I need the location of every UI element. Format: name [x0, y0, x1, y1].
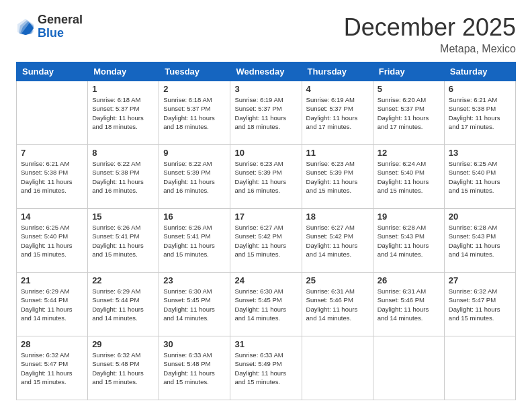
day-number: 12	[378, 148, 440, 158]
day-number: 26	[378, 275, 440, 285]
day-info: Sunrise: 6:30 AM Sunset: 5:45 PM Dayligh…	[234, 287, 297, 322]
header: General Blue December 2025 Metapa, Mexic…	[16, 13, 516, 55]
calendar-cell: 16Sunrise: 6:26 AM Sunset: 5:41 PM Dayli…	[159, 209, 230, 273]
day-number: 27	[449, 275, 511, 285]
calendar-cell: 17Sunrise: 6:27 AM Sunset: 5:42 PM Dayli…	[230, 209, 302, 273]
day-number: 2	[163, 84, 226, 94]
day-info: Sunrise: 6:28 AM Sunset: 5:43 PM Dayligh…	[449, 223, 511, 259]
day-number: 10	[234, 148, 297, 158]
weekday-header-friday: Friday	[373, 62, 444, 81]
calendar-cell: 25Sunrise: 6:31 AM Sunset: 5:46 PM Dayli…	[302, 273, 373, 336]
page: General Blue December 2025 Metapa, Mexic…	[0, 0, 532, 411]
calendar-cell: 11Sunrise: 6:23 AM Sunset: 5:39 PM Dayli…	[302, 145, 373, 209]
title-block: December 2025 Metapa, Mexico	[344, 13, 516, 55]
calendar-cell: 1Sunrise: 6:18 AM Sunset: 5:37 PM Daylig…	[88, 81, 159, 145]
day-info: Sunrise: 6:26 AM Sunset: 5:41 PM Dayligh…	[163, 223, 226, 259]
day-info: Sunrise: 6:18 AM Sunset: 5:37 PM Dayligh…	[92, 95, 154, 131]
day-info: Sunrise: 6:25 AM Sunset: 5:40 PM Dayligh…	[21, 223, 83, 259]
day-number: 3	[234, 84, 297, 94]
week-row-2: 7Sunrise: 6:21 AM Sunset: 5:38 PM Daylig…	[17, 145, 516, 209]
calendar-cell: 22Sunrise: 6:29 AM Sunset: 5:44 PM Dayli…	[88, 273, 159, 336]
day-number: 16	[163, 212, 226, 222]
calendar-cell: 8Sunrise: 6:22 AM Sunset: 5:38 PM Daylig…	[88, 145, 159, 209]
day-info: Sunrise: 6:31 AM Sunset: 5:46 PM Dayligh…	[378, 287, 440, 322]
week-row-5: 28Sunrise: 6:32 AM Sunset: 5:47 PM Dayli…	[17, 336, 516, 400]
calendar-table: SundayMondayTuesdayWednesdayThursdayFrid…	[16, 62, 516, 400]
day-number: 19	[378, 212, 440, 222]
calendar-cell: 4Sunrise: 6:19 AM Sunset: 5:37 PM Daylig…	[302, 81, 373, 145]
week-row-1: 1Sunrise: 6:18 AM Sunset: 5:37 PM Daylig…	[17, 81, 516, 145]
weekday-header-thursday: Thursday	[302, 62, 373, 81]
day-info: Sunrise: 6:29 AM Sunset: 5:44 PM Dayligh…	[92, 287, 154, 322]
day-info: Sunrise: 6:32 AM Sunset: 5:47 PM Dayligh…	[449, 287, 511, 322]
calendar-cell: 2Sunrise: 6:18 AM Sunset: 5:37 PM Daylig…	[159, 81, 230, 145]
calendar-cell	[444, 336, 515, 400]
day-number: 8	[92, 148, 154, 158]
calendar-cell: 19Sunrise: 6:28 AM Sunset: 5:43 PM Dayli…	[373, 209, 444, 273]
calendar-cell: 29Sunrise: 6:32 AM Sunset: 5:48 PM Dayli…	[88, 336, 159, 400]
day-info: Sunrise: 6:32 AM Sunset: 5:48 PM Dayligh…	[92, 351, 154, 386]
weekday-header-row: SundayMondayTuesdayWednesdayThursdayFrid…	[17, 62, 516, 81]
day-info: Sunrise: 6:22 AM Sunset: 5:39 PM Dayligh…	[163, 159, 226, 195]
title-month: December 2025	[344, 13, 516, 42]
day-info: Sunrise: 6:25 AM Sunset: 5:40 PM Dayligh…	[449, 159, 511, 195]
day-info: Sunrise: 6:33 AM Sunset: 5:49 PM Dayligh…	[234, 351, 297, 386]
day-info: Sunrise: 6:19 AM Sunset: 5:37 PM Dayligh…	[306, 95, 369, 131]
day-info: Sunrise: 6:32 AM Sunset: 5:47 PM Dayligh…	[21, 351, 83, 386]
calendar-cell: 21Sunrise: 6:29 AM Sunset: 5:44 PM Dayli…	[17, 273, 88, 336]
day-number: 21	[21, 275, 83, 285]
day-info: Sunrise: 6:26 AM Sunset: 5:41 PM Dayligh…	[92, 223, 154, 259]
day-info: Sunrise: 6:23 AM Sunset: 5:39 PM Dayligh…	[234, 159, 297, 195]
calendar-cell: 12Sunrise: 6:24 AM Sunset: 5:40 PM Dayli…	[373, 145, 444, 209]
day-number: 18	[306, 212, 369, 222]
calendar-cell	[302, 336, 373, 400]
day-number: 20	[449, 212, 511, 222]
day-info: Sunrise: 6:23 AM Sunset: 5:39 PM Dayligh…	[306, 159, 369, 195]
calendar-cell: 6Sunrise: 6:21 AM Sunset: 5:38 PM Daylig…	[444, 81, 515, 145]
title-location: Metapa, Mexico	[344, 43, 516, 55]
calendar-cell: 7Sunrise: 6:21 AM Sunset: 5:38 PM Daylig…	[17, 145, 88, 209]
logo-icon	[16, 17, 35, 36]
logo: General Blue	[16, 13, 83, 40]
day-info: Sunrise: 6:24 AM Sunset: 5:40 PM Dayligh…	[378, 159, 440, 195]
day-number: 24	[234, 275, 297, 285]
day-info: Sunrise: 6:18 AM Sunset: 5:37 PM Dayligh…	[163, 95, 226, 131]
calendar-cell	[17, 81, 88, 145]
calendar-cell: 31Sunrise: 6:33 AM Sunset: 5:49 PM Dayli…	[230, 336, 302, 400]
logo-text: General Blue	[38, 13, 83, 40]
week-row-3: 14Sunrise: 6:25 AM Sunset: 5:40 PM Dayli…	[17, 209, 516, 273]
day-number: 13	[449, 148, 511, 158]
day-number: 23	[163, 275, 226, 285]
day-info: Sunrise: 6:30 AM Sunset: 5:45 PM Dayligh…	[163, 287, 226, 322]
calendar-cell: 9Sunrise: 6:22 AM Sunset: 5:39 PM Daylig…	[159, 145, 230, 209]
day-number: 6	[449, 84, 511, 94]
day-number: 14	[21, 212, 83, 222]
day-number: 29	[92, 339, 154, 349]
day-number: 22	[92, 275, 154, 285]
calendar-cell	[373, 336, 444, 400]
day-info: Sunrise: 6:31 AM Sunset: 5:46 PM Dayligh…	[306, 287, 369, 322]
day-info: Sunrise: 6:21 AM Sunset: 5:38 PM Dayligh…	[21, 159, 83, 195]
day-info: Sunrise: 6:33 AM Sunset: 5:48 PM Dayligh…	[163, 351, 226, 386]
calendar-cell: 13Sunrise: 6:25 AM Sunset: 5:40 PM Dayli…	[444, 145, 515, 209]
day-number: 15	[92, 212, 154, 222]
weekday-header-wednesday: Wednesday	[230, 62, 302, 81]
weekday-header-sunday: Sunday	[17, 62, 88, 81]
day-info: Sunrise: 6:22 AM Sunset: 5:38 PM Dayligh…	[92, 159, 154, 195]
day-number: 28	[21, 339, 83, 349]
day-number: 4	[306, 84, 369, 94]
day-info: Sunrise: 6:27 AM Sunset: 5:42 PM Dayligh…	[234, 223, 297, 259]
calendar-cell: 5Sunrise: 6:20 AM Sunset: 5:37 PM Daylig…	[373, 81, 444, 145]
calendar-cell: 18Sunrise: 6:27 AM Sunset: 5:42 PM Dayli…	[302, 209, 373, 273]
weekday-header-monday: Monday	[88, 62, 159, 81]
calendar-cell: 26Sunrise: 6:31 AM Sunset: 5:46 PM Dayli…	[373, 273, 444, 336]
calendar-cell: 15Sunrise: 6:26 AM Sunset: 5:41 PM Dayli…	[88, 209, 159, 273]
calendar-cell: 30Sunrise: 6:33 AM Sunset: 5:48 PM Dayli…	[159, 336, 230, 400]
week-row-4: 21Sunrise: 6:29 AM Sunset: 5:44 PM Dayli…	[17, 273, 516, 336]
day-info: Sunrise: 6:27 AM Sunset: 5:42 PM Dayligh…	[306, 223, 369, 259]
day-number: 5	[378, 84, 440, 94]
day-number: 31	[234, 339, 297, 349]
weekday-header-tuesday: Tuesday	[159, 62, 230, 81]
day-number: 7	[21, 148, 83, 158]
day-number: 9	[163, 148, 226, 158]
